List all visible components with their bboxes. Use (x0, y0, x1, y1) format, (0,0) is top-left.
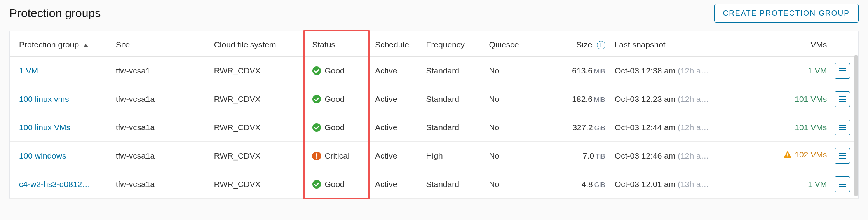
last-snapshot-cell: Oct-03 12:01 am (13h a… (611, 170, 760, 199)
table-row: 100 windowstfw-vcsa1aRWR_CDVXCriticalAct… (10, 142, 858, 170)
snapshot-age: (12h a… (678, 123, 709, 132)
size-cell: 327.2GiB (536, 113, 611, 142)
menu-icon (839, 127, 846, 128)
snapshot-age: (13h a… (678, 180, 709, 189)
row-actions-button[interactable] (835, 148, 850, 164)
protection-group-link[interactable]: c4-w2-hs3-q0812… (19, 180, 90, 189)
snapshot-age: (12h a… (678, 151, 709, 160)
quiesce-cell: No (485, 85, 536, 113)
quiesce-cell: No (485, 113, 536, 142)
vms-cell: 101 VMs (760, 113, 831, 142)
col-last-snapshot[interactable]: Last snapshot (611, 31, 760, 57)
col-vms[interactable]: VMs (760, 31, 831, 57)
site-cell: tfw-vcsa1a (112, 170, 210, 199)
col-label: Protection group (19, 40, 79, 49)
page-title: Protection groups (9, 7, 101, 20)
vms-count-link[interactable]: 1 VM (808, 180, 827, 189)
cfs-cell: RWR_CDVX (210, 170, 309, 199)
cfs-cell: RWR_CDVX (210, 142, 309, 170)
snapshot-timestamp: Oct-03 12:44 am (615, 123, 675, 132)
size-cell: 613.6MiB (536, 57, 611, 85)
quiesce-cell: No (485, 57, 536, 85)
site-cell: tfw-vcsa1a (112, 85, 210, 113)
vms-count-link[interactable]: 101 VMs (795, 123, 827, 132)
vms-cell: 102 VMs (760, 142, 831, 170)
row-actions-button[interactable] (835, 63, 850, 79)
snapshot-age: (12h a… (678, 66, 709, 75)
protection-group-link[interactable]: 100 windows (19, 151, 66, 160)
col-label: Size (576, 40, 592, 49)
row-actions-button[interactable] (835, 176, 850, 192)
protection-groups-table: Protection group Site Cloud file system … (10, 31, 858, 199)
status-label: Critical (324, 151, 349, 161)
last-snapshot-cell: Oct-03 12:46 am (12h a… (611, 142, 760, 170)
vms-count-link[interactable]: 101 VMs (795, 94, 827, 103)
protection-group-link[interactable]: 1 VM (19, 66, 38, 75)
row-actions-button[interactable] (835, 91, 850, 107)
warning-icon (783, 150, 792, 159)
status-cell: Good (308, 170, 371, 199)
col-quiesce[interactable]: Quiesce (485, 31, 536, 57)
size-value: 182.6 (572, 94, 593, 103)
status-good-icon (312, 123, 321, 132)
col-cloud-file-system[interactable]: Cloud file system (210, 31, 309, 57)
quiesce-cell: No (485, 142, 536, 170)
col-size[interactable]: Size i (536, 31, 611, 57)
protection-group-link[interactable]: 100 linux VMs (19, 123, 70, 132)
frequency-cell: Standard (422, 85, 485, 113)
size-cell: 7.0TiB (536, 142, 611, 170)
status-label: Good (324, 180, 344, 189)
table-header-row: Protection group Site Cloud file system … (10, 31, 858, 57)
snapshot-timestamp: Oct-03 12:46 am (615, 151, 675, 160)
row-actions-button[interactable] (835, 120, 850, 135)
protection-group-link[interactable]: 100 linux vms (19, 94, 69, 103)
vms-count-link[interactable]: 1 VM (808, 66, 827, 75)
size-value: 4.8 (582, 180, 593, 189)
status-critical-icon (312, 151, 321, 161)
frequency-cell: Standard (422, 113, 485, 142)
col-frequency[interactable]: Frequency (422, 31, 485, 57)
vms-cell: 1 VM (760, 57, 831, 85)
info-icon[interactable]: i (597, 41, 605, 49)
last-snapshot-cell: Oct-03 12:44 am (12h a… (611, 113, 760, 142)
last-snapshot-cell: Oct-03 12:23 am (12h a… (611, 85, 760, 113)
snapshot-timestamp: Oct-03 12:01 am (615, 180, 675, 189)
create-protection-group-button[interactable]: Create Protection Group (714, 4, 859, 23)
schedule-cell: Active (371, 57, 422, 85)
size-value: 7.0 (583, 151, 594, 160)
protection-groups-panel: Protection group Site Cloud file system … (9, 31, 859, 199)
quiesce-cell: No (485, 170, 536, 199)
menu-icon (839, 184, 846, 185)
menu-icon (839, 99, 846, 100)
size-value: 613.6 (572, 66, 593, 75)
size-unit: MiB (593, 68, 605, 75)
scrollbar[interactable] (854, 55, 858, 196)
site-cell: tfw-vcsa1 (112, 57, 210, 85)
table-row: 1 VMtfw-vcsa1RWR_CDVXGoodActiveStandardN… (10, 57, 858, 85)
size-cell: 4.8GiB (536, 170, 611, 199)
vms-cell: 1 VM (760, 170, 831, 199)
status-label: Good (324, 123, 344, 132)
size-unit: TiB (594, 153, 605, 160)
status-cell: Good (308, 113, 371, 142)
col-status[interactable]: Status (308, 31, 371, 57)
menu-icon (839, 155, 846, 156)
vms-count-link[interactable]: 102 VMs (795, 150, 827, 159)
size-unit: GiB (593, 125, 605, 131)
col-site[interactable]: Site (112, 31, 210, 57)
vms-cell: 101 VMs (760, 85, 831, 113)
snapshot-timestamp: Oct-03 12:23 am (615, 94, 675, 103)
cfs-cell: RWR_CDVX (210, 85, 309, 113)
cfs-cell: RWR_CDVX (210, 57, 309, 85)
status-label: Good (324, 66, 344, 75)
size-unit: GiB (593, 182, 605, 188)
frequency-cell: High (422, 142, 485, 170)
menu-icon (839, 70, 846, 71)
status-good-icon (312, 180, 321, 189)
status-cell: Good (308, 85, 371, 113)
size-value: 327.2 (572, 123, 593, 132)
frequency-cell: Standard (422, 57, 485, 85)
col-schedule[interactable]: Schedule (371, 31, 422, 57)
site-cell: tfw-vcsa1a (112, 142, 210, 170)
col-protection-group[interactable]: Protection group (10, 31, 112, 57)
